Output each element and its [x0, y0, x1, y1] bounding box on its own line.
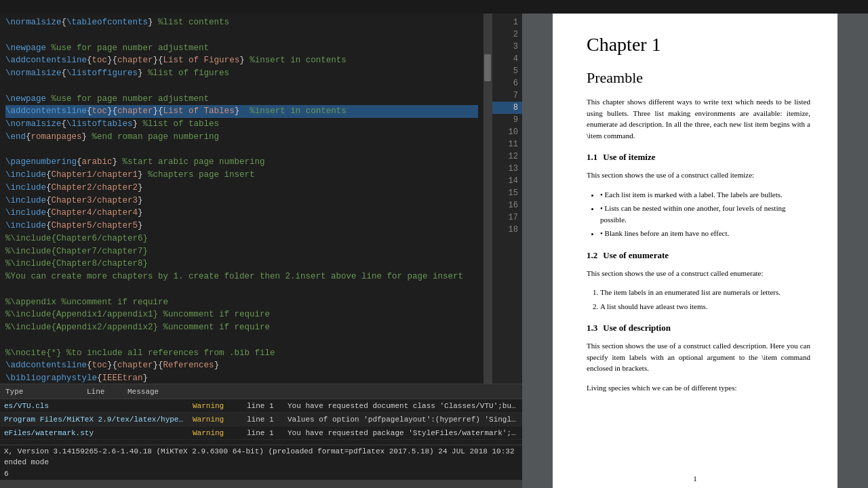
messages-body: es/VTU.cls Warning line 1 You have reque… — [0, 399, 522, 445]
pdf-chapter-title: Chapter 1 — [587, 34, 810, 56]
line-num-7: 7 — [492, 89, 522, 102]
msg-text: Values of option 'pdfpagelayout':(hyperr… — [285, 415, 522, 424]
msg-line: line 1 — [244, 402, 285, 410]
msg-type: Warning — [190, 402, 244, 410]
main-area: \normalsize{\tableofcontents} %list cont… — [0, 14, 868, 488]
bottom-scrollbar[interactable] — [0, 480, 522, 488]
pdf-page: Chapter 1 Preamble This chapter shows di… — [553, 14, 837, 488]
pdf-description-text: Living species which we can be of differ… — [587, 382, 810, 394]
scrollbar-thumb[interactable] — [484, 54, 491, 81]
pdf-bullet-item: Each list item is marked with a label. T… — [600, 189, 810, 201]
messages-panel: Type Line Message es/VTU.cls Warning lin… — [0, 384, 522, 445]
pdf-subsection-title: Use of description — [603, 323, 671, 333]
col-line: Line — [81, 388, 122, 396]
message-row[interactable]: eFiles/watermark.sty Warning line 1 You … — [0, 426, 522, 440]
pdf-enum-list: The item labels in an enumerated list ar… — [600, 287, 810, 312]
msg-file: eFiles/watermark.sty — [0, 429, 190, 437]
top-bar — [0, 0, 868, 14]
line-num-18: 18 — [492, 224, 522, 236]
pdf-enum-item: The item labels in an enumerated list ar… — [600, 287, 810, 298]
pdf-subsection-title: Use of itemize — [603, 152, 655, 163]
line-num-13: 13 — [492, 163, 522, 175]
line-num-2: 2 — [492, 28, 522, 41]
msg-line: line 1 — [244, 429, 285, 437]
line-num-15: 15 — [492, 187, 522, 199]
status-bar: X, Version 3.14159265-2.6-1.40.18 (MiKTe… — [0, 445, 522, 480]
pdf-intro-text: This chapter shows different ways to wri… — [587, 96, 810, 141]
pdf-sub-body: This section shows the use of a construc… — [587, 340, 810, 374]
col-message: Message — [122, 388, 522, 396]
msg-file: es/VTU.cls — [0, 402, 190, 410]
msg-line: line 1 — [244, 415, 285, 424]
pdf-subsection-num: 1.3 — [587, 323, 597, 333]
msg-type: Warning — [190, 415, 244, 424]
line-num-12: 12 — [492, 150, 522, 163]
pdf-bullet-item: Lists can be nested within one another, … — [600, 203, 810, 225]
pdf-subsection-0: 1.1 Use of itemize — [587, 152, 810, 163]
col-type: Type — [0, 388, 81, 396]
pdf-sub-body: This section shows the use of a construc… — [587, 268, 810, 279]
pdf-enum-item: A list should have atleast two items. — [600, 301, 810, 312]
pdf-bullet-item: Blank lines before an item have no effec… — [600, 228, 810, 239]
line-num-17: 17 — [492, 211, 522, 224]
pdf-panel: Chapter 1 Preamble This chapter shows di… — [522, 14, 868, 488]
line-num-10: 10 — [492, 126, 522, 138]
line-num-11: 11 — [492, 138, 522, 150]
line-num-4: 4 — [492, 53, 522, 65]
status-line-3: 6 — [4, 468, 518, 480]
line-num-16: 16 — [492, 199, 522, 211]
editor-scrollbar[interactable] — [484, 14, 492, 384]
line-num-9: 9 — [492, 114, 522, 126]
line-num-6: 6 — [492, 77, 522, 89]
pdf-page-number: 1 — [693, 474, 697, 483]
pdf-section-title: Preamble — [587, 69, 810, 87]
messages-header: Type Line Message — [0, 384, 522, 399]
pdf-subsection-1: 1.2 Use of enumerate — [587, 250, 810, 261]
line-numbers-panel: 123456789101112131415161718 — [492, 14, 522, 384]
line-num-1: 1 — [492, 16, 522, 28]
line-num-5: 5 — [492, 65, 522, 77]
pdf-bullet-list: Each list item is marked with a label. T… — [600, 189, 810, 239]
msg-file: Program Files/MiKTeX 2.9/tex/latex/hyper… — [0, 415, 190, 424]
editor-content: \normalsize{\tableofcontents} %list cont… — [0, 14, 522, 384]
pdf-subsection-title: Use of enumerate — [603, 250, 669, 261]
msg-text: You have requested document class 'Class… — [285, 402, 522, 410]
pdf-subsections: 1.1 Use of itemize This section shows th… — [587, 152, 810, 374]
message-row[interactable]: Program Files/MiKTeX 2.9/tex/latex/hyper… — [0, 413, 522, 426]
code-area[interactable]: \normalsize{\tableofcontents} %list cont… — [0, 14, 484, 384]
msg-type: Warning — [190, 429, 244, 437]
line-num-14: 14 — [492, 175, 522, 187]
pdf-subsection-2: 1.3 Use of description — [587, 323, 810, 333]
pdf-sub-body: This section shows the use of a construc… — [587, 169, 810, 181]
pdf-subsection-num: 1.2 — [587, 250, 597, 261]
line-num-3: 3 — [492, 41, 522, 53]
editor-panel: \normalsize{\tableofcontents} %list cont… — [0, 14, 522, 488]
pdf-subsection-num: 1.1 — [587, 152, 597, 163]
status-line-2: ended mode — [4, 457, 518, 468]
msg-text: You have requested package 'StyleFiles/w… — [285, 429, 522, 437]
message-row[interactable]: es/VTU.cls Warning line 1 You have reque… — [0, 399, 522, 413]
line-num-8: 8 — [492, 102, 522, 114]
status-line-1: X, Version 3.14159265-2.6-1.40.18 (MiKTe… — [4, 446, 518, 458]
